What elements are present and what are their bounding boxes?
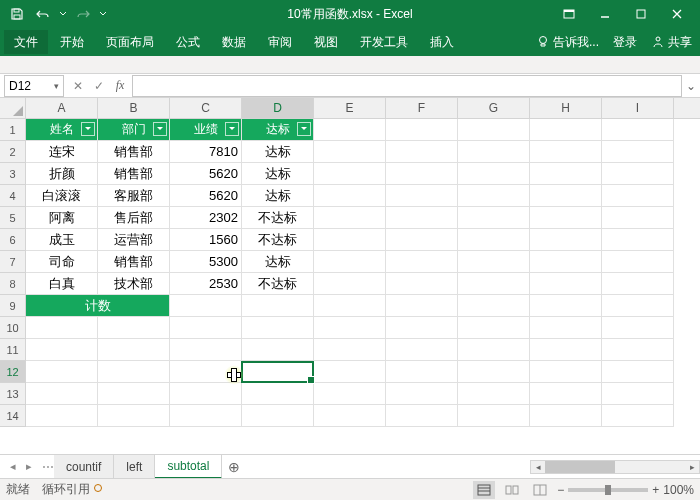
- row-1[interactable]: 1: [0, 119, 26, 141]
- tab-insert[interactable]: 插入: [420, 30, 464, 54]
- col-i[interactable]: I: [602, 98, 674, 118]
- filter-icon[interactable]: [225, 122, 239, 136]
- tab-review[interactable]: 审阅: [258, 30, 302, 54]
- row-8[interactable]: 8: [0, 273, 26, 295]
- zoom-level[interactable]: 100%: [663, 483, 694, 497]
- signin-button[interactable]: 登录: [609, 30, 641, 54]
- row-4[interactable]: 4: [0, 185, 26, 207]
- svg-point-8: [95, 485, 102, 492]
- new-sheet-button[interactable]: ⊕: [222, 459, 246, 475]
- row-9[interactable]: 9: [0, 295, 26, 317]
- col-f[interactable]: F: [386, 98, 458, 118]
- tab-home[interactable]: 开始: [50, 30, 94, 54]
- svg-rect-9: [478, 485, 490, 495]
- svg-rect-0: [14, 9, 19, 12]
- header-perf[interactable]: 业绩: [170, 119, 242, 141]
- col-c[interactable]: C: [170, 98, 242, 118]
- header-target[interactable]: 达标: [242, 119, 314, 141]
- cancel-formula-button[interactable]: ✕: [68, 76, 88, 96]
- col-h[interactable]: H: [530, 98, 602, 118]
- scroll-thumb[interactable]: [545, 461, 615, 473]
- ribbon-tabs: 文件 开始 页面布局 公式 数据 审阅 视图 开发工具 插入 告诉我... 登录…: [0, 28, 700, 56]
- zoom-slider[interactable]: [568, 488, 648, 492]
- row-7[interactable]: 7: [0, 251, 26, 273]
- scroll-left-button[interactable]: ◂: [531, 461, 545, 473]
- window-title: 10常用函数.xlsx - Excel: [287, 6, 412, 23]
- formula-input[interactable]: [132, 75, 682, 97]
- minimize-button[interactable]: [588, 3, 622, 25]
- zoom-control: − + 100%: [557, 483, 694, 497]
- sheet-nav-prev[interactable]: ◂: [6, 458, 20, 476]
- tab-file[interactable]: 文件: [4, 30, 48, 54]
- name-box[interactable]: D12 ▾: [4, 75, 64, 97]
- col-e[interactable]: E: [314, 98, 386, 118]
- svg-rect-13: [513, 486, 518, 494]
- expand-formula-bar-button[interactable]: ⌄: [682, 75, 700, 97]
- sheet-nav-next[interactable]: ▸: [22, 458, 36, 476]
- data-cell[interactable]: 达标: [242, 141, 314, 163]
- page-layout-view-button[interactable]: [501, 481, 523, 499]
- status-circular-ref: 循环引用: [42, 481, 103, 498]
- col-b[interactable]: B: [98, 98, 170, 118]
- svg-point-6: [539, 37, 546, 44]
- sheet-tab-left[interactable]: left: [114, 455, 155, 479]
- sheet-tab-subtotal[interactable]: subtotal: [155, 455, 222, 479]
- share-icon: [651, 35, 665, 49]
- redo-button[interactable]: [72, 3, 94, 25]
- save-button[interactable]: [6, 3, 28, 25]
- row-3[interactable]: 3: [0, 163, 26, 185]
- horizontal-scrollbar[interactable]: ◂ ▸: [530, 460, 700, 474]
- insert-function-button[interactable]: fx: [110, 76, 130, 96]
- tab-formulas[interactable]: 公式: [166, 30, 210, 54]
- data-cell[interactable]: 销售部: [98, 141, 170, 163]
- row-11[interactable]: 11: [0, 339, 26, 361]
- col-a[interactable]: A: [26, 98, 98, 118]
- page-break-view-button[interactable]: [529, 481, 551, 499]
- filter-icon[interactable]: [153, 122, 167, 136]
- scroll-right-button[interactable]: ▸: [685, 461, 699, 473]
- close-button[interactable]: [660, 3, 694, 25]
- name-box-dropdown-icon: ▾: [54, 81, 59, 91]
- header-dept[interactable]: 部门: [98, 119, 170, 141]
- select-all-corner[interactable]: [0, 98, 26, 118]
- formula-bar: D12 ▾ ✕ ✓ fx ⌄: [0, 74, 700, 98]
- row-10[interactable]: 10: [0, 317, 26, 339]
- qat-customize[interactable]: [98, 3, 108, 25]
- filter-icon[interactable]: [297, 122, 311, 136]
- count-cell[interactable]: 计数: [26, 295, 170, 317]
- tab-layout[interactable]: 页面布局: [96, 30, 164, 54]
- col-d[interactable]: D: [242, 98, 314, 118]
- tab-data[interactable]: 数据: [212, 30, 256, 54]
- tab-view[interactable]: 视图: [304, 30, 348, 54]
- svg-rect-5: [637, 10, 645, 18]
- zoom-in-button[interactable]: +: [652, 483, 659, 497]
- normal-view-button[interactable]: [473, 481, 495, 499]
- row-5[interactable]: 5: [0, 207, 26, 229]
- active-cell[interactable]: [242, 361, 314, 383]
- row-6[interactable]: 6: [0, 229, 26, 251]
- quick-access-toolbar: [6, 3, 108, 25]
- title-bar: 10常用函数.xlsx - Excel: [0, 0, 700, 28]
- row-12[interactable]: 12: [0, 361, 26, 383]
- maximize-button[interactable]: [624, 3, 658, 25]
- sheet-nav-menu[interactable]: ⋯: [42, 460, 54, 474]
- data-cell[interactable]: 7810: [170, 141, 242, 163]
- sheet-tab-countif[interactable]: countif: [54, 455, 114, 479]
- undo-button[interactable]: [32, 3, 54, 25]
- header-name[interactable]: 姓名: [26, 119, 98, 141]
- ribbon-collapse-button[interactable]: [552, 3, 586, 25]
- share-button[interactable]: 共享: [647, 30, 696, 54]
- status-bar: 就绪 循环引用 − + 100%: [0, 478, 700, 500]
- worksheet-grid[interactable]: A B C D E F G H I 1 姓名 部门 业绩 达标 2连宋销售部78…: [0, 98, 700, 454]
- row-13[interactable]: 13: [0, 383, 26, 405]
- tab-developer[interactable]: 开发工具: [350, 30, 418, 54]
- zoom-out-button[interactable]: −: [557, 483, 564, 497]
- accept-formula-button[interactable]: ✓: [89, 76, 109, 96]
- row-2[interactable]: 2: [0, 141, 26, 163]
- filter-icon[interactable]: [81, 122, 95, 136]
- row-14[interactable]: 14: [0, 405, 26, 427]
- data-cell[interactable]: 连宋: [26, 141, 98, 163]
- col-g[interactable]: G: [458, 98, 530, 118]
- undo-dropdown[interactable]: [58, 3, 68, 25]
- tell-me-search[interactable]: 告诉我...: [532, 30, 603, 54]
